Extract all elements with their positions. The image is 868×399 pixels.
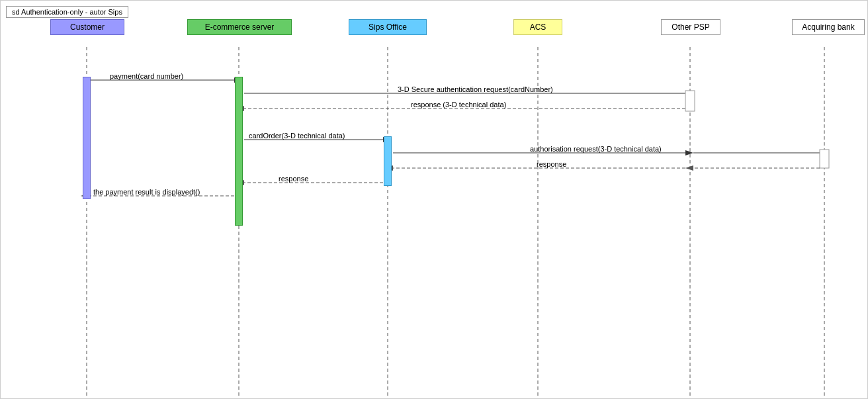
svg-rect-27: [685, 91, 695, 111]
svg-marker-23: [820, 150, 828, 155]
activation-ecommerce: [235, 77, 243, 226]
lifeline-otherpsp: Other PSP: [661, 19, 720, 35]
msg6-label: response: [537, 160, 566, 168]
lifeline-acs: ACS: [513, 19, 562, 35]
diagram-title: sd Authentication-only - autor Sips: [6, 6, 128, 18]
msg4-label: cardOrder(3-D technical data): [249, 132, 345, 140]
svg-marker-26: [685, 165, 693, 171]
lifeline-acquiringbank: Acquiring bank: [792, 19, 865, 35]
svg-rect-24: [820, 150, 829, 168]
msg2-label: 3-D Secure authentication request(cardNu…: [398, 85, 553, 93]
lifeline-customer: Customer: [50, 19, 124, 35]
msg8-label: the payment result is displayedt(): [93, 188, 200, 196]
diagram-container: sd Authentication-only - autor Sips: [0, 0, 868, 399]
diagram-title-text: sd Authentication-only - autor Sips: [12, 8, 122, 16]
lifeline-sipsoffice: Sips Office: [349, 19, 427, 35]
diagram-arrows: [1, 1, 868, 399]
svg-marker-9: [685, 91, 693, 96]
lifeline-ecommerce: E-commerce server: [187, 19, 292, 35]
msg5-label: authorisation request(3-D technical data…: [530, 145, 662, 153]
msg3-label: response (3-D technical data): [411, 101, 506, 109]
msg7-label: response: [279, 175, 308, 183]
msg1-label: payment(card number): [110, 72, 183, 80]
activation-customer: [83, 77, 91, 199]
activation-sipsoffice: [384, 136, 392, 186]
svg-marker-15: [685, 150, 693, 155]
